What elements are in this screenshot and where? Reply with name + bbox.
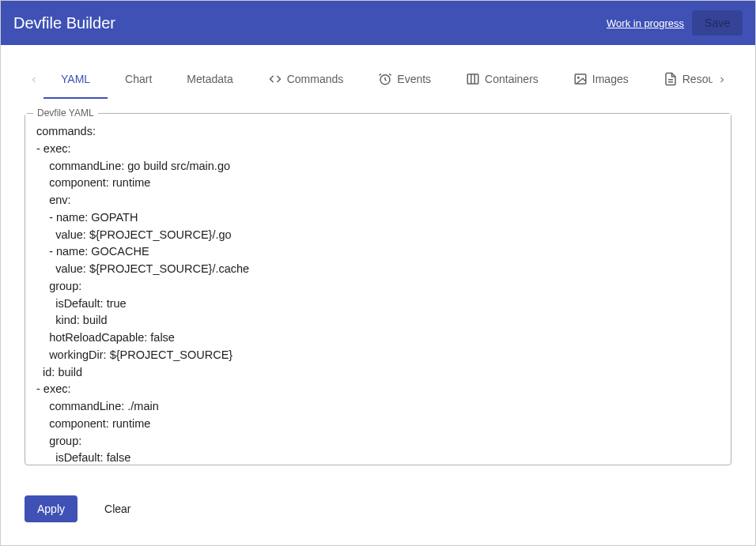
chevron-right-icon (717, 75, 727, 85)
tab-label: Containers (485, 73, 539, 85)
tab-label: Metadata (187, 73, 232, 85)
work-in-progress-link[interactable]: Work in progress (607, 17, 684, 29)
grid-icon (466, 72, 480, 86)
yaml-fieldset: Devfile YAML (25, 113, 731, 465)
tab-label: Chart (125, 73, 152, 85)
tab-metadata[interactable]: Metadata (169, 61, 250, 99)
tab-label: Images (592, 73, 629, 85)
clear-button[interactable]: Clear (92, 495, 143, 522)
tab-label: Resources (682, 73, 713, 85)
header-actions: Work in progress Save (607, 10, 743, 36)
code-icon (268, 72, 282, 86)
image-icon (573, 72, 588, 86)
chevron-left-icon (29, 75, 39, 85)
save-button[interactable]: Save (692, 10, 743, 36)
tab-scroll-left[interactable] (25, 75, 43, 85)
app-title: Devfile Builder (13, 14, 115, 32)
svg-point-5 (577, 77, 579, 78)
tab-scroll-right[interactable] (713, 75, 731, 85)
yaml-input[interactable] (25, 114, 731, 461)
tab-bar: YAML Chart Metadata Commands Events (25, 61, 731, 99)
yaml-legend: Devfile YAML (33, 107, 98, 119)
apply-button[interactable]: Apply (25, 495, 77, 522)
tab-chart[interactable]: Chart (108, 61, 169, 99)
tab-yaml[interactable]: YAML (43, 61, 108, 99)
tab-label: YAML (61, 73, 90, 85)
tab-label: Commands (287, 73, 344, 85)
app-header: Devfile Builder Work in progress Save (1, 1, 755, 45)
tab-commands[interactable]: Commands (251, 61, 361, 99)
tab-events[interactable]: Events (361, 61, 448, 99)
tabs-list: YAML Chart Metadata Commands Events (43, 61, 713, 99)
action-buttons: Apply Clear (25, 495, 731, 522)
tab-containers[interactable]: Containers (448, 61, 556, 99)
clock-icon (378, 72, 392, 86)
tab-label: Events (397, 73, 431, 85)
document-icon (663, 72, 678, 86)
main-content: YAML Chart Metadata Commands Events (1, 45, 755, 538)
tab-resources[interactable]: Resources (646, 61, 713, 99)
svg-rect-1 (467, 74, 478, 84)
tab-images[interactable]: Images (556, 61, 646, 99)
